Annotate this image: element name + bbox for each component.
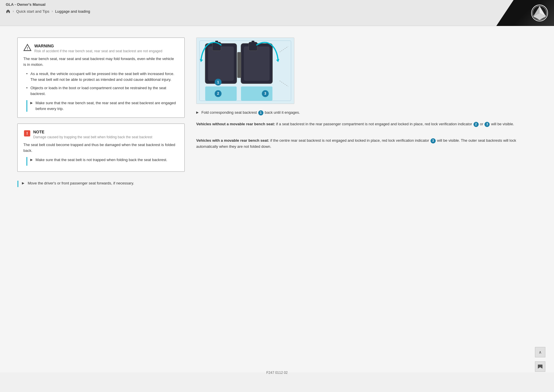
cyan-bar-bottom <box>17 181 18 187</box>
cyan-bar-note <box>26 157 27 166</box>
right-column: 1 2 3 ▶ Fold corresponding seat backrest <box>196 38 537 361</box>
svg-rect-16 <box>237 52 241 78</box>
warning-box: ! WARNING Risk of accident if the rear b… <box>17 38 185 118</box>
bottom-action: ▶ Move the driver's or front passenger s… <box>17 178 185 190</box>
para1-text: if a seat backrest in the rear passenger… <box>275 122 472 126</box>
main-content: ! WARNING Risk of accident if the rear b… <box>0 26 554 372</box>
para1: Vehicles without a movable rear bench se… <box>196 121 537 127</box>
para2: Vehicles with a movable rear bench seat:… <box>196 138 537 150</box>
note-body: The seat belt could become trapped and t… <box>23 142 177 154</box>
bottom-action-text: Move the driver's or front passenger sea… <box>28 180 134 186</box>
fold-instruction: Fold corresponding seat backrest <box>201 110 257 115</box>
circle-3a: 3 <box>484 122 490 127</box>
warning-title-block: WARNING Risk of accident if the rear ben… <box>34 44 162 53</box>
footer-code: F247 0112 02 <box>266 371 288 375</box>
svg-text:2: 2 <box>217 92 219 96</box>
scroll-up-button[interactable]: ∧ <box>535 347 545 357</box>
para2-text: if the centre rear seat backrest is not … <box>269 138 429 143</box>
header: GLA - Owner's Manual › Quick start and T… <box>0 0 554 26</box>
breadcrumb-current: Luggage and loading <box>55 9 90 14</box>
svg-text:!: ! <box>26 131 28 136</box>
warning-icon: ! <box>23 44 31 51</box>
note-subtitle: Damage caused by trapping the seat belt … <box>33 135 152 139</box>
left-column: ! WARNING Risk of accident if the rear b… <box>17 38 185 361</box>
scroll-down-button[interactable] <box>535 361 545 372</box>
scroll-up-icon: ∧ <box>539 350 542 354</box>
fold-suffix: back until it engages. <box>265 110 300 115</box>
warning-title: WARNING <box>34 44 162 48</box>
title-text: GLA - Owner's Manual <box>6 2 46 7</box>
svg-text:3: 3 <box>264 92 266 96</box>
seat-illustration: 1 2 3 <box>196 38 294 104</box>
note-header: ! NOTE Damage caused by trapping the sea… <box>23 130 177 139</box>
warning-action-text: Make sure that the rear bench seat, the … <box>35 100 177 112</box>
breadcrumb-sep-1: › <box>13 9 14 13</box>
note-title-block: NOTE Damage caused by trapping the seat … <box>33 130 152 139</box>
instruction-text: Fold corresponding seat backrest 1 back … <box>201 110 300 115</box>
mercedes-logo <box>531 4 548 22</box>
warning-subtitle: Risk of accident if the rear bench seat,… <box>34 49 162 53</box>
seat-diagram: 1 2 3 <box>196 38 294 104</box>
warning-bullets: As a result, the vehicle occupant will b… <box>23 71 177 97</box>
circle-3b: 3 <box>431 138 436 143</box>
svg-rect-15 <box>252 41 254 44</box>
arrow-icon-note: ▶ <box>30 157 33 162</box>
arrow-icon-fold: ▶ <box>196 110 199 115</box>
note-action-text: Make sure that the seat belt is not trap… <box>35 157 167 163</box>
warning-bullet-1: As a result, the vehicle occupant will b… <box>23 71 177 83</box>
note-title: NOTE <box>33 130 152 134</box>
note-action: ▶ Make sure that the seat belt is not tr… <box>23 157 177 166</box>
svg-rect-13 <box>244 46 269 81</box>
breadcrumb-quick-start[interactable]: Quick start and Tips <box>16 9 49 14</box>
warning-bullet-2: Objects or loads in the boot or load com… <box>23 85 177 97</box>
note-icon: ! <box>23 130 30 136</box>
circle-1: 1 <box>258 110 263 115</box>
warning-action: ▶ Make sure that the rear bench seat, th… <box>23 100 177 112</box>
para1-end: will be visible. <box>491 122 514 126</box>
warning-body: The rear bench seat, rear seat and seat … <box>23 56 177 68</box>
bookmark-icon <box>537 365 543 369</box>
para1-or: or <box>480 122 484 126</box>
home-icon[interactable] <box>6 9 10 14</box>
circle-2: 2 <box>473 122 479 127</box>
note-box: ! NOTE Damage caused by trapping the sea… <box>17 124 185 172</box>
footer: F247 0112 02 <box>266 371 288 375</box>
instruction-fold: ▶ Fold corresponding seat backrest 1 bac… <box>196 110 537 115</box>
breadcrumb-sep-2: › <box>52 9 53 13</box>
arrow-icon-warning: ▶ <box>30 100 33 105</box>
svg-rect-9 <box>208 46 234 81</box>
breadcrumb: › Quick start and Tips › Luggage and loa… <box>0 8 554 15</box>
arrow-icon-bottom: ▶ <box>22 181 24 186</box>
para1-bold: Vehicles without a movable rear bench se… <box>196 122 275 126</box>
para2-bold: Vehicles with a movable rear bench seat: <box>196 138 269 143</box>
svg-text:!: ! <box>27 46 28 51</box>
page-title: GLA - Owner's Manual <box>0 0 554 8</box>
svg-text:1: 1 <box>217 80 219 84</box>
cyan-bar-warning <box>26 100 27 112</box>
warning-header: ! WARNING Risk of accident if the rear b… <box>23 44 177 53</box>
